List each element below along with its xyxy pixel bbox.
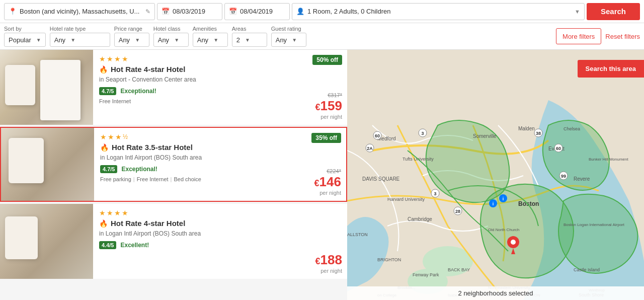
svg-text:Fenway Park: Fenway Park — [413, 272, 439, 277]
hotel-list: ★★★★ 🔥 Hot Rate 4-star Hotel in Seaport … — [0, 50, 347, 300]
rating-badge: 4.4/5 — [99, 241, 116, 249]
rating-badge: 4.7/5 — [100, 165, 117, 173]
guest-rating-label: Guest rating — [271, 26, 306, 32]
hotel-thumbnail — [1, 128, 94, 201]
svg-text:Chelsea: Chelsea — [564, 126, 580, 131]
location-value: Boston (and vicinity), Massachusetts, U.… — [20, 8, 139, 15]
hotel-info: ★★★½ 🔥 Hot Rate 3.5-star Hotel in Logan … — [94, 128, 291, 201]
checkin-field[interactable]: 📅 08/03/2019 — [157, 3, 222, 20]
svg-text:i: i — [493, 201, 494, 206]
hotel-name-row: 🔥 Hot Rate 4-star Hotel — [99, 65, 287, 73]
guests-chevron-icon: ▼ — [575, 9, 580, 15]
svg-text:3: 3 — [434, 191, 436, 196]
hotel-info: ★★★★ 🔥 Hot Rate 4-star Hotel in Seaport … — [93, 50, 292, 125]
main-content: ★★★★ 🔥 Hot Rate 4-star Hotel in Seaport … — [0, 50, 644, 300]
areas-value: 2 — [236, 36, 240, 44]
hotel-class-chevron-icon: ▼ — [174, 37, 179, 43]
hotel-card[interactable]: ★★★½ 🔥 Hot Rate 3.5-star Hotel in Logan … — [0, 127, 347, 202]
hotel-class-value: Any — [158, 36, 169, 44]
hotel-amenities: Free Internet — [99, 98, 287, 104]
hotel-stars: ★★★½ — [100, 133, 286, 141]
hotel-info: ★★★★ 🔥 Hot Rate 4-star Hotel in Logan In… — [93, 204, 292, 279]
rating-text: Exceptional! — [120, 88, 156, 95]
svg-text:DAVIS SQUARE: DAVIS SQUARE — [362, 176, 400, 182]
hotel-rate-chevron-icon: ▼ — [70, 37, 75, 43]
checkout-field[interactable]: 📅 08/04/2019 — [224, 3, 290, 20]
filters-bar: Sort by Popular ▼ Hotel rate type Any ▼ … — [0, 23, 644, 50]
more-filters-button[interactable]: More filters — [556, 28, 601, 44]
rating-badge: 4.7/5 — [99, 87, 116, 95]
search-bar: 📍 Boston (and vicinity), Massachusetts, … — [0, 0, 644, 23]
svg-point-30 — [511, 240, 516, 245]
guests-field[interactable]: 👤 1 Room, 2 Adults, 0 Children ▼ — [292, 3, 585, 20]
amenity-separator: | — [133, 176, 135, 182]
svg-text:Cambridge: Cambridge — [408, 216, 432, 222]
checkout-value: 08/04/2019 — [240, 8, 273, 15]
hotel-rating-row: 4.4/5 Excellent! — [99, 241, 287, 249]
svg-text:Bunker Hill Monument: Bunker Hill Monument — [589, 157, 628, 162]
svg-text:Revere: Revere — [574, 176, 590, 182]
guest-rating-chevron-icon: ▼ — [292, 37, 297, 43]
hotel-class-label: Hotel class — [153, 26, 189, 32]
hotel-rate-filter: Hotel rate type Any ▼ — [50, 26, 110, 47]
svg-text:60: 60 — [556, 146, 561, 151]
star-icon: ★ — [100, 133, 107, 141]
price-block: €188 per night — [315, 252, 342, 274]
amenities-chevron-icon: ▼ — [213, 37, 218, 43]
svg-text:3: 3 — [421, 131, 424, 136]
hotel-area: in Seaport - Convention Center area — [99, 76, 287, 83]
hotel-thumbnail — [0, 50, 93, 125]
original-price: €317* — [315, 92, 342, 98]
price-range-select[interactable]: Any ▼ — [114, 33, 149, 47]
location-edit-icon: ✎ — [145, 8, 150, 15]
hotel-price-column: 35% off €224* €146 per night — [291, 128, 346, 201]
hotel-rate-select[interactable]: Any ▼ — [50, 33, 110, 47]
star-icon: ★ — [122, 55, 128, 63]
hotel-rate-label: Hotel rate type — [50, 26, 110, 32]
search-this-area-button[interactable]: Search this area — [578, 60, 644, 78]
star-icon: ★ — [108, 133, 114, 141]
per-night-label: per night — [315, 268, 342, 274]
svg-text:38: 38 — [536, 131, 541, 136]
amenities-select[interactable]: Any ▼ — [193, 33, 228, 47]
hotel-price-column: 50% off €317* €159 per night — [292, 50, 347, 125]
areas-select[interactable]: 2 ▼ — [232, 33, 267, 47]
price-range-chevron-icon: ▼ — [135, 37, 140, 43]
hotel-rating-row: 4.7/5 Exceptional! — [100, 165, 286, 173]
hotel-name: Hot Rate 4-star Hotel — [111, 65, 185, 73]
hotel-card[interactable]: ★★★★ 🔥 Hot Rate 4-star Hotel in Logan In… — [0, 204, 347, 279]
discount-badge: 50% off — [312, 55, 342, 65]
per-night-label: per night — [315, 114, 342, 120]
star-icon: ★ — [107, 55, 113, 63]
svg-text:Boston: Boston — [518, 200, 539, 207]
areas-chevron-icon: ▼ — [245, 37, 250, 43]
star-icon: ★ — [122, 209, 128, 217]
amenities-label: Amenities — [193, 26, 228, 32]
search-button[interactable]: Search — [587, 3, 640, 20]
rating-text: Excellent! — [120, 242, 149, 249]
reset-filters-button[interactable]: Reset filters — [605, 33, 640, 40]
currency-symbol: € — [315, 102, 320, 112]
hot-rate-icon: 🔥 — [100, 143, 109, 152]
amenities-filter: Amenities Any ▼ — [193, 26, 228, 47]
sort-by-select[interactable]: Popular ▼ — [4, 33, 46, 47]
star-icon: ★ — [99, 209, 106, 217]
neighborhoods-selected-text: 2 neighborhoods selected — [458, 289, 533, 297]
hot-rate-icon: 🔥 — [99, 219, 108, 228]
svg-text:Castle Island: Castle Island — [574, 267, 600, 272]
svg-text:Malden: Malden — [518, 126, 535, 131]
amenity: Free Internet — [99, 98, 131, 104]
sort-by-value: Popular — [9, 36, 31, 44]
location-field[interactable]: 📍 Boston (and vicinity), Massachusetts, … — [4, 3, 155, 20]
hotel-class-select[interactable]: Any ▼ — [153, 33, 189, 47]
map-area[interactable]: Medford Tufts University DAVIS SQUARE Ha… — [347, 50, 644, 300]
original-price: €224* — [314, 168, 341, 174]
guest-rating-select[interactable]: Any ▼ — [271, 33, 306, 47]
hotel-rating-row: 4.7/5 Exceptional! — [99, 87, 287, 95]
star-icon: ★ — [114, 209, 121, 217]
current-price: €188 — [315, 252, 342, 268]
price-range-value: Any — [119, 36, 130, 44]
svg-text:Somerville: Somerville — [473, 133, 497, 139]
currency-symbol: € — [315, 256, 320, 266]
hotel-card[interactable]: ★★★★ 🔥 Hot Rate 4-star Hotel in Seaport … — [0, 50, 347, 125]
